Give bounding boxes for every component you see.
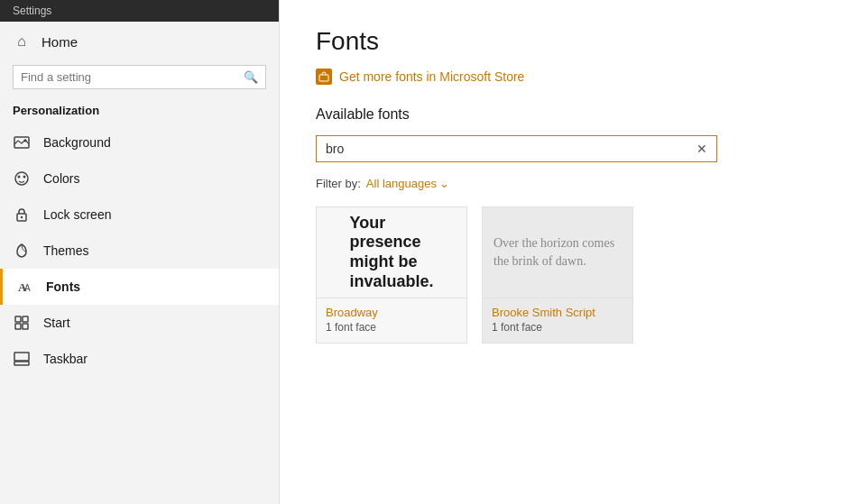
sidebar-search-box[interactable]: 🔍 <box>13 65 266 89</box>
svg-rect-11 <box>15 324 21 329</box>
main-content: Fonts Get more fonts in Microsoft Store … <box>280 0 867 504</box>
top-bar: Settings <box>0 0 279 22</box>
svg-text:A: A <box>24 283 31 293</box>
background-label: Background <box>43 135 111 150</box>
font-info-broadway: Broadway 1 font face <box>317 298 466 343</box>
store-link[interactable]: Get more fonts in Microsoft Store <box>316 69 831 85</box>
sidebar-item-start[interactable]: Start <box>0 305 279 341</box>
chevron-down-icon: ⌄ <box>439 177 449 190</box>
home-icon: ⌂ <box>13 32 31 50</box>
sidebar-section-title: Personalization <box>0 98 279 124</box>
svg-rect-15 <box>319 75 328 81</box>
font-info-brooke-smith: Brooke Smith Script 1 font face <box>483 298 632 343</box>
filter-value[interactable]: All languages ⌄ <box>366 177 449 190</box>
home-label: Home <box>42 34 78 50</box>
start-icon <box>13 314 31 332</box>
lock-screen-icon <box>13 206 31 224</box>
sidebar-search-input[interactable] <box>21 70 238 84</box>
svg-rect-13 <box>14 362 29 365</box>
colors-label: Colors <box>43 171 79 186</box>
font-name-brooke-smith: Brooke Smith Script <box>492 306 623 319</box>
filter-row: Filter by: All languages ⌄ <box>316 177 831 190</box>
svg-rect-14 <box>14 353 29 361</box>
sidebar-home-button[interactable]: ⌂ Home <box>0 22 279 61</box>
available-fonts-title: Available fonts <box>316 106 831 123</box>
store-link-label: Get more fonts in Microsoft Store <box>339 69 524 84</box>
fonts-grid: Yourpresencemight beinvaluable. Broadway… <box>316 206 831 344</box>
sidebar-item-taskbar[interactable]: Taskbar <box>0 341 279 377</box>
font-preview-brooke-smith: Over the horizon comes the brink of dawn… <box>483 207 632 298</box>
svg-point-2 <box>15 172 28 185</box>
font-name-broadway: Broadway <box>326 306 457 319</box>
sidebar-search-icon: 🔍 <box>244 70 258 84</box>
fonts-label: Fonts <box>46 279 80 294</box>
page-title: Fonts <box>316 27 831 56</box>
sidebar-item-themes[interactable]: Themes <box>0 233 279 269</box>
store-link-icon <box>316 69 332 85</box>
svg-rect-12 <box>23 324 28 329</box>
background-icon <box>13 133 31 151</box>
sidebar-item-background[interactable]: Background <box>0 124 279 160</box>
font-preview-broadway: Yourpresencemight beinvaluable. <box>317 207 466 298</box>
svg-point-6 <box>21 216 23 218</box>
svg-point-4 <box>23 176 26 179</box>
sidebar-item-lock-screen[interactable]: Lock screen <box>0 197 279 233</box>
sidebar-item-colors[interactable]: Colors <box>0 160 279 197</box>
svg-rect-9 <box>15 316 21 322</box>
taskbar-icon <box>13 350 31 368</box>
start-label: Start <box>43 316 70 330</box>
top-bar-label: Settings <box>13 5 51 17</box>
fonts-icon: A A <box>15 278 33 296</box>
themes-label: Themes <box>43 243 89 258</box>
font-card-brooke-smith[interactable]: Over the horizon comes the brink of dawn… <box>482 206 633 344</box>
svg-point-3 <box>18 176 21 179</box>
svg-point-1 <box>24 140 27 142</box>
fonts-search-clear-button[interactable]: ✕ <box>696 142 707 156</box>
font-faces-broadway: 1 font face <box>326 321 457 334</box>
filter-label: Filter by: <box>316 177 361 190</box>
brooke-smith-preview-text: Over the horizon comes the brink of dawn… <box>493 234 622 270</box>
taskbar-label: Taskbar <box>43 352 88 366</box>
svg-rect-10 <box>23 316 28 322</box>
font-faces-brooke-smith: 1 font face <box>492 321 623 334</box>
font-card-broadway[interactable]: Yourpresencemight beinvaluable. Broadway… <box>316 206 467 344</box>
broadway-preview-text: Yourpresencemight beinvaluable. <box>349 214 433 291</box>
colors-icon <box>13 170 31 188</box>
fonts-search-box[interactable]: ✕ <box>316 135 717 162</box>
sidebar: Settings ⌂ Home 🔍 Personalization Backgr… <box>0 0 280 504</box>
clear-icon: ✕ <box>696 142 707 156</box>
sidebar-item-fonts[interactable]: A A Fonts <box>0 269 279 305</box>
fonts-search-input[interactable] <box>326 142 696 156</box>
lock-screen-label: Lock screen <box>43 207 111 222</box>
themes-icon <box>13 242 31 260</box>
